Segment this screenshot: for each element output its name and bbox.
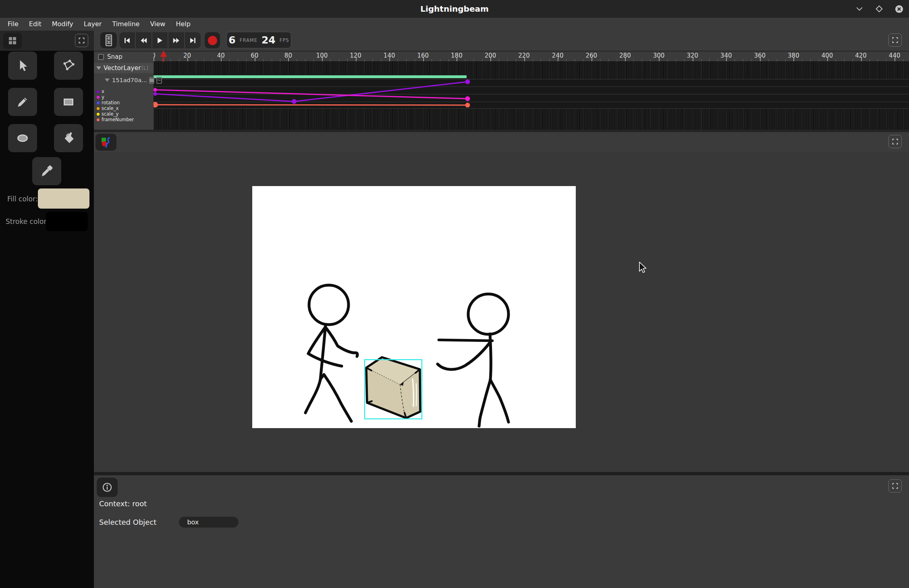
playback-controls [119, 32, 201, 48]
frame-value: 6 [228, 34, 235, 46]
property-row-scale_y[interactable]: scale_y [97, 111, 118, 117]
keyframe-dot-frameNumber[interactable] [154, 102, 158, 108]
stage-area [94, 152, 909, 472]
ruler-label: 140 [384, 52, 395, 59]
tool-button-ellipse[interactable] [8, 124, 37, 152]
menu-item-timeline[interactable]: Timeline [107, 18, 145, 31]
property-row-x[interactable]: x [97, 89, 104, 94]
ruler-label: 360 [754, 52, 766, 59]
skip-end-button[interactable] [185, 32, 201, 48]
close-icon[interactable] [894, 4, 903, 13]
ruler-label: 320 [687, 52, 698, 59]
property-row-scale_x[interactable]: scale_x [97, 106, 118, 111]
skip-start-button[interactable] [119, 32, 136, 48]
clip-ease-button[interactable]: ~ [156, 77, 162, 84]
tool-button-eyedropper[interactable] [32, 157, 61, 185]
app-window: Lightningbeam FileEditModifyLayerTimelin… [0, 0, 909, 588]
curve-frameNumber[interactable] [155, 105, 467, 105]
property-color-dot [97, 101, 100, 104]
ruler-label: 400 [822, 52, 833, 59]
playhead[interactable] [160, 50, 167, 63]
tool-button-transform[interactable] [54, 52, 83, 80]
keyframe-dot-y[interactable] [154, 88, 157, 92]
property-color-dot [97, 90, 100, 93]
clip-row[interactable]: 151ad70a... ~ [94, 75, 154, 85]
sidebar-expand-button[interactable] [75, 34, 88, 47]
stroke-color-swatch[interactable] [46, 212, 88, 231]
fill-color-swatch[interactable] [38, 188, 89, 209]
property-label: scale_y [102, 111, 118, 117]
timeline-panel: 0204060801001201401601802002202402602803… [94, 52, 909, 130]
stick-figure-left[interactable] [305, 285, 357, 421]
stick-figure-right[interactable] [438, 294, 508, 426]
info-icon [102, 482, 112, 493]
layer-shortcut-hint: [L] [142, 65, 148, 71]
info-tab-button[interactable] [97, 478, 118, 497]
menu-item-help[interactable]: Help [170, 18, 195, 31]
record-button[interactable] [205, 32, 220, 48]
property-row-rotation[interactable]: rotation [97, 100, 120, 106]
stage-drawing [252, 186, 576, 428]
clip-collapse-icon[interactable] [105, 79, 110, 82]
frame-label: FRAME [240, 37, 257, 43]
selected-object-label: Selected Object [99, 518, 156, 526]
window-title: Lightningbeam [0, 0, 909, 18]
ruler-label: 80 [284, 52, 292, 59]
play-button[interactable] [152, 32, 169, 48]
fill-color-label: Fill color: [7, 195, 37, 203]
ruler-label: 420 [855, 52, 867, 59]
stage-canvas[interactable] [252, 186, 576, 428]
keyframe-span-bar[interactable] [154, 75, 467, 78]
transform-icon [62, 59, 75, 72]
keyframe-dot-x[interactable] [465, 79, 470, 84]
tool-button-paint-bucket[interactable] [54, 124, 83, 152]
title-bar: Lightningbeam [0, 0, 909, 18]
box-object[interactable] [365, 357, 422, 419]
property-row-y[interactable]: y [97, 94, 104, 100]
selected-object-input[interactable] [179, 517, 239, 528]
timeline-curves-area [154, 79, 909, 109]
tool-button-select[interactable] [8, 52, 37, 80]
inspector-panel: Context: root Selected Object [94, 475, 909, 588]
ruler-label: 60 [251, 52, 258, 59]
snap-row: Snap [98, 53, 122, 60]
frame-fps-display[interactable]: 6 FRAME 24 FPS [226, 32, 291, 48]
menu-item-view[interactable]: View [145, 18, 170, 31]
property-row-frameNumber[interactable]: frameNumber [97, 117, 134, 122]
tool-button-pencil[interactable] [8, 88, 37, 116]
inspector-expand-button[interactable] [888, 479, 902, 493]
tool-button-rectangle[interactable] [54, 88, 83, 116]
panel-grid-button[interactable] [3, 33, 22, 49]
tools-sidebar: Fill color: Stroke color: [0, 31, 94, 588]
stage-expand-button[interactable] [888, 135, 902, 148]
rewind-button[interactable] [136, 32, 152, 48]
keyframe-dot-x[interactable] [292, 99, 297, 104]
timeline-ruler[interactable]: 0204060801001201401601802002202402602803… [154, 52, 909, 61]
menu-bar: FileEditModifyLayerTimelineViewHelp [0, 18, 909, 31]
property-label: y [102, 94, 104, 100]
menu-item-modify[interactable]: Modify [47, 18, 79, 31]
clip-visibility-button[interactable] [149, 77, 154, 84]
record-icon [208, 36, 217, 45]
film-export-button[interactable] [100, 32, 117, 48]
maximize-icon[interactable] [875, 4, 884, 13]
timeline-expand-button[interactable] [888, 33, 902, 47]
playback-toolbar: 6 FRAME 24 FPS [94, 31, 909, 51]
keyframe-dot-x[interactable] [154, 92, 157, 96]
fast-forward-button[interactable] [168, 32, 185, 48]
snap-checkbox[interactable] [98, 54, 104, 60]
minimize-icon[interactable] [855, 4, 864, 13]
pencil-icon [16, 95, 29, 109]
stage-tab-button[interactable] [95, 134, 116, 151]
menu-item-layer[interactable]: Layer [79, 18, 107, 31]
layer-collapse-icon[interactable] [96, 66, 101, 70]
keyframe-dot-y[interactable] [465, 96, 470, 101]
property-color-dot [97, 107, 100, 110]
menu-item-edit[interactable]: Edit [24, 18, 47, 31]
menu-item-file[interactable]: File [2, 18, 24, 31]
timeline-frames-track-lower[interactable] [154, 109, 909, 130]
square-icon [150, 79, 154, 82]
skip-start-icon [124, 37, 131, 44]
keyframe-dot-frameNumber[interactable] [465, 103, 470, 108]
layer-row[interactable]: VectorLayer [L] [94, 63, 154, 73]
